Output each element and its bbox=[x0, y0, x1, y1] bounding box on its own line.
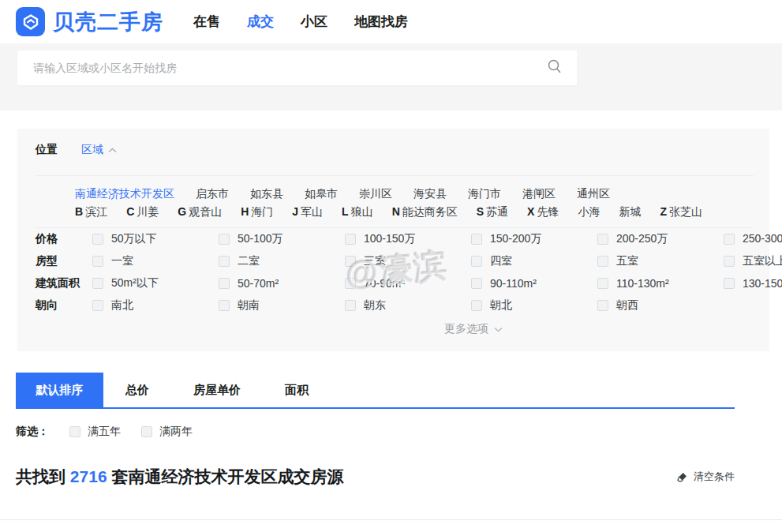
district-link[interactable]: 海安县 bbox=[413, 187, 447, 201]
beike-house-icon bbox=[16, 7, 45, 36]
subarea-link[interactable]: L狼山 bbox=[342, 205, 373, 219]
checkbox[interactable] bbox=[597, 234, 608, 245]
checkbox[interactable] bbox=[471, 234, 482, 245]
sort-tab-unit-price[interactable]: 房屋单价 bbox=[171, 373, 263, 407]
beike-logo[interactable]: 贝壳二手房 bbox=[16, 7, 163, 36]
district-link[interactable]: 通州区 bbox=[577, 187, 610, 201]
roomtype-option[interactable]: 三室 bbox=[345, 254, 471, 268]
quick-filter-option-five-year[interactable]: 满五年 bbox=[69, 425, 121, 439]
nav-item-community[interactable]: 小区 bbox=[301, 13, 327, 31]
roomtype-option[interactable]: 二室 bbox=[219, 254, 345, 268]
orientation-option[interactable]: 南北 bbox=[92, 298, 219, 313]
district-link[interactable]: 如皋市 bbox=[305, 187, 338, 201]
option-label: 满五年 bbox=[88, 425, 121, 439]
subarea-link[interactable]: X先锋 bbox=[527, 205, 559, 219]
price-option[interactable]: 250-300万 bbox=[724, 232, 782, 246]
checkbox[interactable] bbox=[219, 300, 230, 311]
quick-filter-option-two-year[interactable]: 满两年 bbox=[141, 425, 193, 439]
orientation-option[interactable]: 朝北 bbox=[471, 298, 597, 313]
option-label: 三室 bbox=[364, 254, 386, 268]
checkbox[interactable] bbox=[597, 278, 608, 289]
checkbox[interactable] bbox=[69, 426, 80, 437]
district-link[interactable]: 港闸区 bbox=[522, 187, 556, 201]
option-label: 五室 bbox=[616, 254, 638, 268]
search-box[interactable] bbox=[17, 51, 577, 85]
subarea-link[interactable]: B滨江 bbox=[75, 205, 107, 219]
clear-filters-label: 清空条件 bbox=[694, 470, 735, 484]
checkbox[interactable] bbox=[724, 234, 735, 245]
subarea-link[interactable]: Z张芝山 bbox=[660, 205, 702, 219]
subarea-link[interactable]: N能达商务区 bbox=[392, 205, 458, 219]
checkbox[interactable] bbox=[471, 256, 482, 267]
checkbox[interactable] bbox=[724, 278, 735, 289]
district-link[interactable]: 南通经济技术开发区 bbox=[75, 187, 174, 201]
price-option[interactable]: 200-250万 bbox=[597, 232, 724, 246]
checkbox[interactable] bbox=[471, 278, 482, 289]
subarea-name: 张芝山 bbox=[669, 205, 702, 218]
roomtype-option[interactable]: 四室 bbox=[471, 254, 597, 268]
checkbox[interactable] bbox=[597, 256, 608, 267]
area-option[interactable]: 50-70m² bbox=[219, 277, 345, 290]
main-nav: 在售 成交 小区 地图找房 bbox=[193, 13, 408, 31]
checkbox[interactable] bbox=[219, 256, 230, 267]
checkbox[interactable] bbox=[597, 300, 608, 311]
area-option[interactable]: 90-110m² bbox=[471, 277, 597, 290]
district-link[interactable]: 海门市 bbox=[468, 187, 501, 201]
price-option[interactable]: 100-150万 bbox=[345, 232, 471, 246]
subarea-link[interactable]: H海门 bbox=[241, 205, 273, 219]
district-link[interactable]: 如东县 bbox=[250, 187, 283, 201]
checkbox[interactable] bbox=[219, 278, 230, 289]
subarea-link[interactable]: J军山 bbox=[292, 205, 323, 219]
checkbox[interactable] bbox=[92, 256, 103, 267]
subarea-link[interactable]: S苏通 bbox=[477, 205, 508, 219]
results-header: 共找到 2716 套南通经济技术开发区成交房源 清空条件 bbox=[16, 466, 735, 488]
orientation-option[interactable]: 朝东 bbox=[345, 298, 471, 313]
option-label: 70-90m² bbox=[364, 277, 405, 290]
subarea-link[interactable]: G观音山 bbox=[178, 205, 222, 219]
checkbox[interactable] bbox=[345, 300, 356, 311]
checkbox[interactable] bbox=[345, 256, 356, 267]
option-label: 四室 bbox=[490, 254, 512, 268]
sort-tab-area[interactable]: 面积 bbox=[263, 373, 331, 407]
checkbox[interactable] bbox=[92, 278, 103, 289]
area-option[interactable]: 130-150m² bbox=[724, 277, 782, 290]
price-option[interactable]: 150-200万 bbox=[471, 232, 597, 246]
checkbox[interactable] bbox=[141, 426, 152, 437]
more-options-link[interactable]: 更多选项 bbox=[444, 322, 503, 336]
area-option[interactable]: 50m²以下 bbox=[92, 276, 219, 290]
clear-filters-button[interactable]: 清空条件 bbox=[676, 470, 735, 484]
area-option[interactable]: 110-130m² bbox=[597, 277, 724, 290]
roomtype-option[interactable]: 一室 bbox=[92, 254, 219, 268]
checkbox[interactable] bbox=[219, 234, 230, 245]
checkbox[interactable] bbox=[92, 234, 103, 245]
nav-item-map-search[interactable]: 地图找房 bbox=[354, 13, 408, 31]
subarea-letter: L bbox=[342, 205, 349, 218]
nav-item-onsale[interactable]: 在售 bbox=[193, 13, 220, 31]
district-link[interactable]: 崇川区 bbox=[359, 187, 392, 201]
orientation-option[interactable]: 朝南 bbox=[219, 298, 345, 313]
region-toggle[interactable]: 区域 bbox=[81, 143, 117, 157]
area-option[interactable]: 70-90m² bbox=[345, 277, 471, 290]
option-label: 130-150m² bbox=[743, 277, 782, 290]
sort-tab-total-price[interactable]: 总价 bbox=[103, 373, 171, 407]
nav-item-sold[interactable]: 成交 bbox=[247, 13, 274, 31]
price-option[interactable]: 50万以下 bbox=[92, 232, 219, 246]
district-link[interactable]: 启东市 bbox=[196, 187, 229, 201]
search-icon[interactable] bbox=[547, 58, 563, 77]
subarea-link[interactable]: 小海 bbox=[578, 205, 600, 219]
checkbox[interactable] bbox=[471, 300, 482, 311]
filter-row-area: 建筑面积 50m²以下 50-70m² 70-90m² 90-110m² 110… bbox=[36, 272, 754, 294]
checkbox[interactable] bbox=[345, 234, 356, 245]
checkbox[interactable] bbox=[724, 256, 735, 267]
subarea-link[interactable]: C川姜 bbox=[126, 205, 159, 219]
checkbox[interactable] bbox=[92, 300, 103, 311]
search-input[interactable] bbox=[33, 62, 547, 74]
subarea-link[interactable]: 新城 bbox=[619, 205, 641, 219]
price-option[interactable]: 50-100万 bbox=[219, 232, 345, 246]
roomtype-option[interactable]: 五室以上 bbox=[724, 254, 782, 268]
checkbox[interactable] bbox=[345, 278, 356, 289]
sort-tab-default[interactable]: 默认排序 bbox=[16, 373, 103, 407]
option-label: 满两年 bbox=[159, 425, 193, 439]
orientation-option[interactable]: 朝西 bbox=[597, 298, 724, 313]
roomtype-option[interactable]: 五室 bbox=[597, 254, 724, 268]
